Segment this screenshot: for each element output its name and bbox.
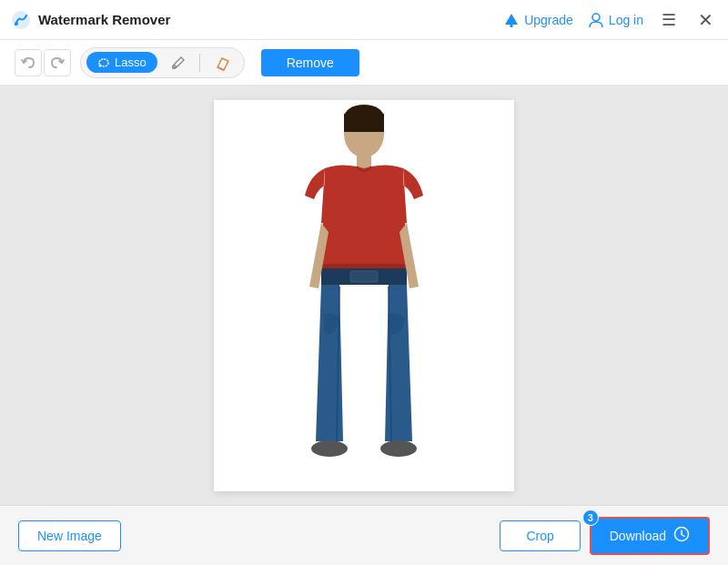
person-illustration: [259, 105, 469, 487]
svg-line-22: [682, 534, 684, 536]
title-bar-right: Upgrade Log in ☰ ✕: [503, 7, 717, 33]
brush-tool-button[interactable]: [161, 51, 192, 75]
menu-button[interactable]: ☰: [658, 8, 680, 32]
undo-redo-group: [15, 49, 71, 76]
lasso-tool-button[interactable]: Lasso: [86, 52, 157, 73]
redo-icon: [50, 55, 65, 70]
login-button[interactable]: Log in: [588, 12, 643, 28]
undo-icon: [21, 55, 35, 70]
main-canvas-area: [0, 86, 728, 505]
remove-button[interactable]: Remove: [261, 49, 359, 76]
download-badge: 3: [582, 510, 599, 526]
app-logo-icon: [11, 10, 31, 30]
svg-marker-2: [505, 14, 518, 25]
undo-button[interactable]: [15, 49, 42, 76]
redo-button[interactable]: [44, 49, 71, 76]
brush-icon: [168, 55, 185, 71]
download-wrapper: 3 Download: [590, 517, 710, 555]
lasso-icon: [97, 56, 110, 69]
svg-rect-15: [350, 271, 378, 282]
bottom-bar: New Image Crop 3 Download: [0, 505, 728, 565]
svg-point-19: [380, 440, 417, 457]
tool-divider: [199, 54, 200, 72]
new-image-button[interactable]: New Image: [18, 520, 121, 551]
svg-point-4: [592, 14, 600, 21]
selection-tool-group: Lasso: [80, 47, 245, 78]
image-canvas: [214, 100, 514, 491]
eraser-icon: [215, 55, 231, 71]
svg-rect-3: [511, 25, 513, 27]
svg-line-8: [217, 67, 224, 70]
title-bar-left: Watermark Remover: [11, 10, 170, 30]
svg-rect-12: [357, 156, 371, 168]
crop-button[interactable]: Crop: [500, 520, 580, 551]
app-title: Watermark Remover: [38, 12, 170, 27]
clock-icon: [673, 526, 690, 546]
eraser-tool-button[interactable]: [207, 51, 238, 75]
title-bar: Watermark Remover Upgrade Log in ☰ ✕: [0, 0, 728, 40]
svg-point-18: [311, 440, 348, 457]
svg-point-1: [15, 22, 18, 25]
svg-rect-11: [344, 114, 384, 132]
svg-point-6: [99, 64, 102, 66]
bottom-right-actions: Crop 3 Download: [500, 517, 710, 555]
close-button[interactable]: ✕: [694, 7, 717, 33]
download-button[interactable]: Download: [590, 517, 710, 555]
upgrade-button[interactable]: Upgrade: [503, 12, 573, 28]
toolbar: Lasso Remove: [0, 40, 728, 86]
upgrade-icon: [503, 12, 520, 28]
user-icon: [588, 12, 604, 28]
